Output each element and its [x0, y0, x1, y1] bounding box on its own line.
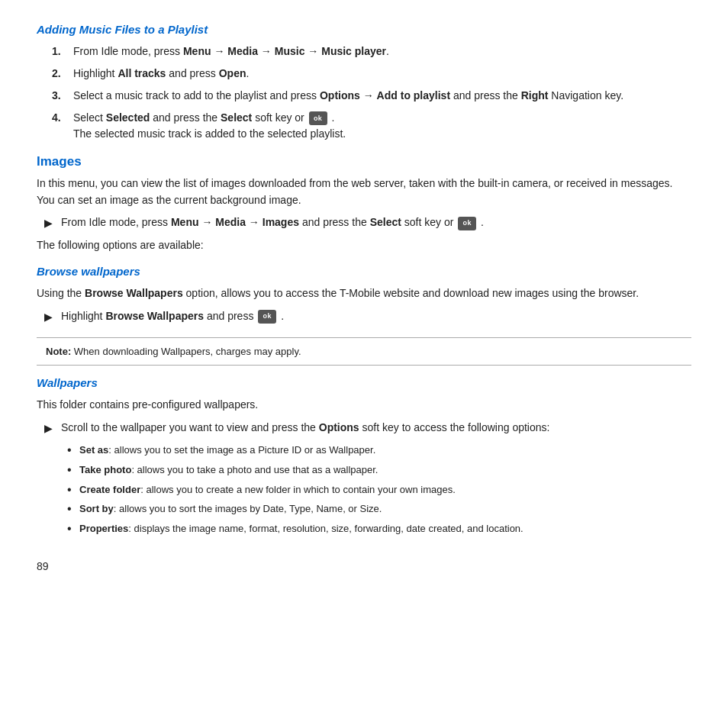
step-2-content: Highlight All tracks and press Open.: [73, 66, 691, 82]
step1-media: Media: [227, 45, 258, 57]
browse-wallpapers-bold: Browse Wallpapers: [85, 287, 183, 299]
step4-selected: Selected: [106, 111, 150, 124]
arrow-icon-2: ▶: [44, 309, 55, 325]
step3-options: Options: [320, 89, 360, 101]
browse-wallpapers-title: Browse wallpapers: [37, 265, 691, 278]
bullet-properties-text: Properties: displays the image name, for…: [79, 521, 523, 537]
step-3: 3. Select a music track to add to the pl…: [52, 88, 691, 104]
wallpapers-arrow-item: ▶ Scroll to the wallpaper you want to vi…: [44, 420, 691, 436]
bullet-take-photo-text: Take photo: allows you to take a photo a…: [79, 462, 378, 478]
step-2: 2. Highlight All tracks and press Open.: [52, 66, 691, 82]
step-2-num: 2.: [52, 66, 73, 82]
bullet-dot-1: •: [67, 443, 79, 459]
images-arrow-text: From Idle mode, press Menu → Media → Ima…: [61, 214, 484, 230]
img-select: Select: [370, 216, 401, 228]
step-1-num: 1.: [52, 43, 73, 60]
step4-select: Select: [221, 111, 252, 124]
img-images: Images: [263, 216, 299, 228]
images-title: Images: [37, 154, 691, 169]
images-section: Images In this menu, you can view the li…: [37, 154, 691, 254]
bullet-create-folder-text: Create folder: allows you to create a ne…: [79, 482, 456, 498]
images-arrow-item: ▶ From Idle mode, press Menu → Media → I…: [44, 214, 691, 231]
note-box: Note: When downloading Wallpapers, charg…: [37, 337, 691, 366]
img-media: Media: [215, 216, 246, 228]
step2-alltracks: All tracks: [118, 67, 166, 79]
step-4-num: 4.: [52, 110, 73, 142]
bullet-take-photo: • Take photo: allows you to take a photo…: [67, 462, 691, 478]
step1-music: Music: [275, 45, 305, 57]
bullet-properties: • Properties: displays the image name, f…: [67, 521, 691, 537]
step-1: 1. From Idle mode, press Menu → Media → …: [52, 43, 691, 60]
arrow-icon-3: ▶: [44, 420, 55, 436]
step2-open: Open: [219, 67, 246, 79]
note-label: Note:: [46, 346, 71, 357]
bullet-create-folder: • Create folder: allows you to create a …: [67, 482, 691, 498]
bullet-dot-3: •: [67, 482, 79, 498]
browse-wallpapers-bold2: Browse Wallpapers: [105, 310, 204, 322]
step-3-content: Select a music track to add to the playl…: [73, 88, 691, 104]
wallpapers-arrow-text: Scroll to the wallpaper you want to view…: [61, 420, 549, 436]
wallpapers-bullet-list: • Set as: allows you to set the image as…: [67, 443, 691, 537]
browse-arrow-item: ▶ Highlight Browse Wallpapers and press …: [44, 308, 691, 325]
wallpapers-title: Wallpapers: [37, 376, 691, 389]
note-text: When downloading Wallpapers, charges may…: [71, 346, 301, 357]
wallpapers-options-bold: Options: [319, 421, 359, 433]
adding-music-section: Adding Music Files to a Playlist 1. From…: [37, 23, 691, 142]
page-number: 89: [37, 560, 691, 572]
bullet-dot-4: •: [67, 501, 79, 517]
step4-subtext: The selected music track is added to the…: [73, 127, 346, 140]
ok-button-3: ok: [258, 310, 276, 324]
bullet-sort-by-text: Sort by: allows you to sort the images b…: [79, 501, 382, 517]
ok-button-1: ok: [309, 111, 327, 125]
step3-addtoplaylist: Add to playlist: [377, 89, 450, 101]
step-1-content: From Idle mode, press Menu → Media → Mus…: [73, 43, 691, 60]
wallpapers-body: This folder contains pre-configured wall…: [37, 397, 691, 414]
browse-wallpapers-body: Using the Browse Wallpapers option, allo…: [37, 285, 691, 302]
bullet-sort-by: • Sort by: allows you to sort the images…: [67, 501, 691, 517]
wallpapers-section: Wallpapers This folder contains pre-conf…: [37, 376, 691, 537]
images-following-text: The following options are available:: [37, 237, 691, 254]
step3-right: Right: [521, 89, 549, 101]
step-4-content: Select Selected and press the Select sof…: [73, 110, 691, 142]
adding-music-steps: 1. From Idle mode, press Menu → Media → …: [52, 43, 691, 142]
step1-menu: Menu: [183, 45, 211, 57]
bullet-dot-2: •: [67, 462, 79, 478]
step-4: 4. Select Selected and press the Select …: [52, 110, 691, 142]
img-menu: Menu: [171, 216, 199, 228]
bullet-dot-5: •: [67, 521, 79, 537]
bullet-set-as-text: Set as: allows you to set the image as a…: [79, 443, 375, 459]
arrow-icon-1: ▶: [44, 215, 55, 231]
browse-wallpapers-section: Browse wallpapers Using the Browse Wallp…: [37, 265, 691, 366]
step1-musicplayer: Music player: [321, 45, 386, 57]
images-body: In this menu, you can view the list of i…: [37, 176, 691, 208]
step-3-num: 3.: [52, 88, 73, 104]
bullet-set-as: • Set as: allows you to set the image as…: [67, 443, 691, 459]
browse-arrow-text: Highlight Browse Wallpapers and press ok…: [61, 308, 284, 324]
adding-music-title: Adding Music Files to a Playlist: [37, 23, 691, 36]
ok-button-2: ok: [458, 217, 476, 230]
